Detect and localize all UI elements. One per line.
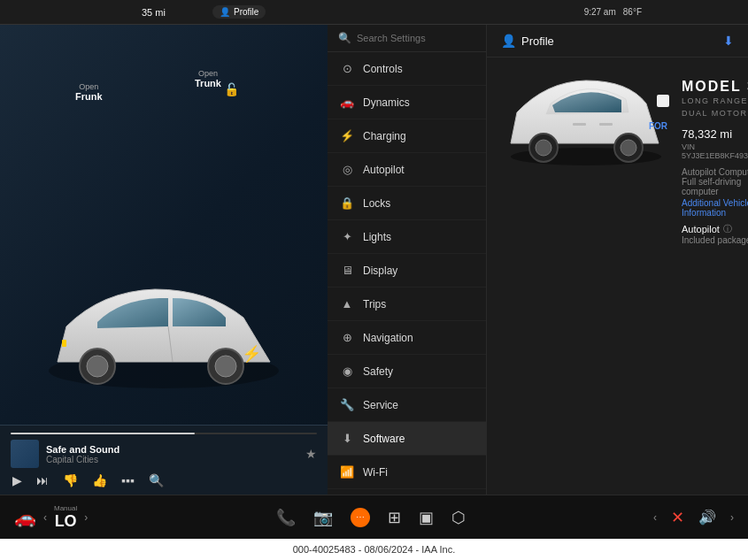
gear-display: Manual LO <box>54 504 77 531</box>
grid-icon[interactable]: ⊞ <box>388 508 401 527</box>
additional-vehicle-info-link[interactable]: Additional Vehicle Information <box>682 198 748 218</box>
trunk-label[interactable]: Open Trunk <box>195 69 221 88</box>
settings-menu: ⊙ Controls 🚗 Dynamics ⚡ Charging ◎ Autop… <box>328 52 486 495</box>
sidebar-item-dynamics[interactable]: 🚗 Dynamics <box>328 86 486 119</box>
model-subtitle-1: LONG RANGE <box>682 95 748 107</box>
download-icon[interactable]: ⬇ <box>723 34 734 48</box>
locks-label: Locks <box>363 197 390 210</box>
white-square <box>657 95 669 107</box>
lights-icon: ✦ <box>340 230 354 243</box>
search-bar: 🔍 <box>328 25 486 52</box>
charge-indicator: ⚡ <box>242 344 261 364</box>
sidebar-item-lights[interactable]: ✦ Lights <box>328 220 486 254</box>
apps-dots-button[interactable]: ⋯ <box>351 508 370 527</box>
lights-label: Lights <box>363 231 391 243</box>
mileage-display: 78,332 mi <box>682 127 748 141</box>
svg-rect-12 <box>573 123 586 126</box>
autopilot-package-label: Autopilot <box>682 224 720 234</box>
service-label: Service <box>363 399 398 411</box>
profile-name: Profile <box>521 35 554 48</box>
music-controls: ▶ ⏭ 👎 👍 ▪▪▪ 🔍 <box>11 473 317 487</box>
taskbar-right-arrow[interactable]: › <box>730 511 734 524</box>
time-display: 9:27 am <box>584 7 616 17</box>
autopilot-icon: ◎ <box>340 163 354 176</box>
search-music-button[interactable]: 🔍 <box>149 473 164 487</box>
gear-label: Manual <box>54 504 77 512</box>
song-name: Safe and Sound <box>46 444 120 455</box>
svg-point-5 <box>215 356 236 377</box>
taskbar-left-arrow[interactable]: ‹ <box>653 511 657 524</box>
vehicle-details: MODEL 3 LONG RANGE DUAL MOTOR 78,332 mi … <box>675 68 748 256</box>
trips-icon: ▲ <box>340 297 354 311</box>
dynamics-icon: 🚗 <box>340 96 354 109</box>
sidebar-item-software[interactable]: ⬇ Software <box>328 422 486 456</box>
mute-icon[interactable]: ✕ <box>671 508 684 527</box>
thumb-down-button[interactable]: 👎 <box>63 473 78 487</box>
settings-content: 👤 Profile ⬇ <box>487 25 748 495</box>
software-icon: ⬇ <box>340 432 354 445</box>
sidebar-item-controls[interactable]: ⊙ Controls <box>328 52 486 86</box>
display-label: Display <box>363 265 397 277</box>
frunk-open-label: Open <box>75 82 103 91</box>
navigation-label: Navigation <box>363 332 413 344</box>
sidebar-item-locks[interactable]: 🔒 Locks <box>328 187 486 220</box>
frunk-label[interactable]: Open Frunk <box>75 82 103 102</box>
settings-sidebar: 🔍 ⊙ Controls 🚗 Dynamics ⚡ <box>328 25 487 495</box>
phone-icon[interactable]: 📞 <box>276 508 296 527</box>
sidebar-item-display[interactable]: 🖥 Display <box>328 254 486 288</box>
sidebar-item-charging[interactable]: ⚡ Charging <box>328 119 486 153</box>
thumb-up-button[interactable]: 👍 <box>92 473 107 487</box>
sidebar-item-safety[interactable]: ◉ Safety <box>328 355 486 388</box>
music-star-button[interactable]: ★ <box>305 447 317 461</box>
model-name: MODEL 3 <box>682 79 748 95</box>
left-panel: Open Frunk Open Trunk 🔓 <box>0 25 328 495</box>
controls-icon: ⊙ <box>340 62 354 75</box>
dynamics-label: Dynamics <box>363 96 410 109</box>
album-art <box>11 440 39 468</box>
profile-icon: 👤 <box>501 34 516 48</box>
time-temperature: 9:27 am 86°F <box>584 7 642 17</box>
profile-pill[interactable]: 👤 Profile <box>212 5 266 19</box>
media-icon[interactable]: ▣ <box>419 508 434 527</box>
charging-icon: ⚡ <box>340 129 354 142</box>
locks-icon: 🔒 <box>340 196 354 210</box>
software-label: Software <box>363 433 405 445</box>
safety-label: Safety <box>363 365 393 378</box>
taskbar-left: 🚗 ‹ Manual LO › <box>14 504 88 531</box>
taskbar: 🚗 ‹ Manual LO › 📞 📷 ⋯ ⊞ ▣ ⬡ ‹ ✕ 🔊 › <box>0 495 748 539</box>
sidebar-item-autopilot[interactable]: ◎ Autopilot <box>328 153 486 187</box>
search-input[interactable] <box>357 33 475 43</box>
main-content: Open Frunk Open Trunk 🔓 <box>0 25 748 495</box>
play-button[interactable]: ▶ <box>12 473 22 487</box>
lock-icon: 🔓 <box>224 82 239 96</box>
equalizer-button[interactable]: ▪▪▪ <box>121 473 135 487</box>
profile-pill-label: Profile <box>234 7 258 17</box>
autopilot-computer-label: Autopilot Computer: Full self-driving co… <box>682 167 748 196</box>
volume-icon[interactable]: 🔊 <box>698 509 716 525</box>
wifi-icon: 📶 <box>340 465 354 479</box>
info-icon: ⓘ <box>723 223 732 235</box>
svg-rect-13 <box>599 123 613 126</box>
profile-person-icon: 👤 <box>220 7 230 17</box>
sidebar-item-wifi[interactable]: 📶 Wi-Fi <box>328 456 486 489</box>
sidebar-item-trips[interactable]: ▲ Trips <box>328 288 486 321</box>
car-tab-icon[interactable]: 🚗 <box>14 507 36 528</box>
wifi-label: Wi-Fi <box>363 466 388 479</box>
right-panel: 🔍 ⊙ Controls 🚗 Dynamics ⚡ <box>328 25 748 495</box>
footer-text: 000-40025483 - 08/06/2024 - IAA Inc. <box>293 544 455 555</box>
camera-icon[interactable]: 📷 <box>313 508 333 527</box>
sidebar-item-navigation[interactable]: ⊕ Navigation <box>328 321 486 355</box>
next-button[interactable]: ⏭ <box>36 473 49 487</box>
navigation-icon: ⊕ <box>340 331 354 344</box>
vehicle-image: ⚡ <box>18 265 310 424</box>
left-chevron-icon: ‹ <box>43 511 47 524</box>
svg-rect-6 <box>62 340 66 347</box>
bluetooth-icon[interactable]: ⬡ <box>451 508 466 527</box>
status-bar: 35 mi 👤 Profile 9:27 am 86°F <box>0 0 748 25</box>
model-subtitle-2: DUAL MOTOR <box>682 107 748 119</box>
charging-label: Charging <box>363 130 406 142</box>
sidebar-item-service[interactable]: 🔧 Service <box>328 388 486 422</box>
autopilot-info: Autopilot ⓘ <box>682 223 748 235</box>
music-info: Safe and Sound Capital Cities ★ <box>11 440 317 468</box>
progress-fill <box>11 433 195 434</box>
